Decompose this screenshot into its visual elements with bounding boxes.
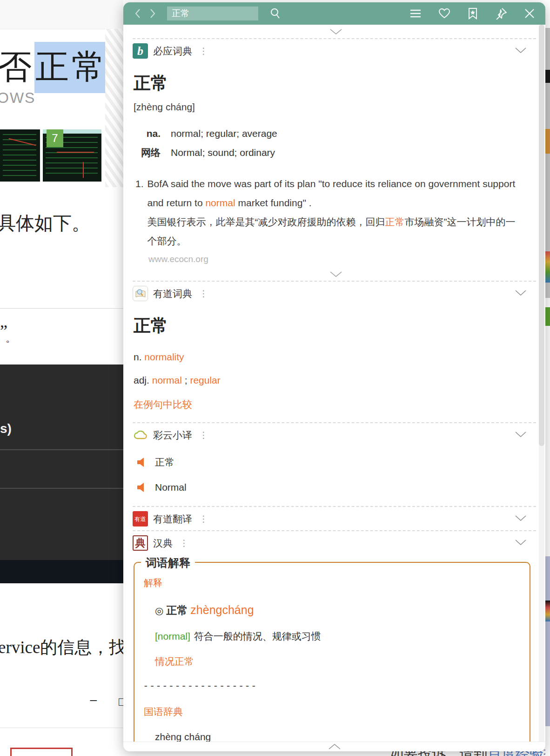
headword: 正常 [134,314,539,338]
page-subtitle: OWS [0,89,35,107]
explain-label[interactable]: 解释 [144,577,521,589]
sliver-orange [545,129,550,154]
youdao-translate-icon: 有道 [133,511,148,526]
section-header-youdao-dict: 有道词典 ⋮ [133,282,539,305]
red-annotation-line [57,152,94,153]
definition-row: 网络 Normal; sound; ordinary [133,143,539,162]
translation-row: Normal [136,479,539,496]
options-ellipsis-icon[interactable]: ⋮ [180,538,188,548]
chevron-down-icon[interactable] [514,289,528,298]
chevron-up-icon [326,743,343,750]
period-mark: 。 [6,331,16,345]
chevron-down-icon[interactable] [514,47,528,56]
sliver-rainbow [545,251,550,283]
panel-text: s) [0,421,12,436]
text-divider: ------------------ [143,680,521,691]
definition-row: n. normality [134,351,539,363]
definition-link[interactable]: normality [144,351,184,362]
youdao-dict-icon [133,286,148,301]
example-zh: 美国银行表示，此举是其“减少对政府援助的依赖，回归 [148,216,385,227]
striped-texture [105,29,123,187]
step-badge: 7 [47,129,63,147]
example-text: BofA said the move was part of its plan … [148,174,517,250]
speaker-icon[interactable] [136,482,147,493]
red-highlight-box [10,748,73,756]
section-header-caiyun: 彩云小译 ⋮ [133,423,539,446]
options-ellipsis-icon[interactable]: ⋮ [199,430,208,440]
chevron-down-icon[interactable] [514,431,528,440]
entry-line: ◎正常zhèngcháng [155,603,521,618]
example-en: market funding" . [235,197,312,208]
source-name: 有道词典 [153,287,192,300]
options-ellipsis-icon[interactable]: ⋮ [199,513,208,524]
screenshot-thumbnail[interactable] [0,129,40,182]
translation-row: 正常 [136,454,539,471]
popup-header [123,2,545,25]
guoyu-label[interactable]: 国语辞典 [144,705,521,718]
entry-definition: [normal]符合一般的情况、规律或习惯 [155,630,521,643]
options-ellipsis-icon[interactable]: ⋮ [199,288,208,299]
example-en: BofA said the move was part of its plan … [148,178,516,208]
sliver-green [545,307,550,326]
screenshot-thumbnail[interactable]: 7 [43,129,101,182]
definition-text: Normal; sound; ordinary [171,143,275,162]
sliver-dark [545,70,550,83]
definition-row: na. normal; regular; average [133,124,539,143]
speaker-icon[interactable] [136,457,147,468]
headword: 正常 [134,72,539,95]
expand-more-chevron[interactable] [133,267,539,281]
collapse-up-chevron[interactable] [133,25,539,38]
pos-label: na. [133,124,161,143]
selected-text: 正常 [34,42,109,93]
close-icon[interactable] [524,8,535,19]
definition-text: normal; regular; average [171,124,277,143]
definition-row: adj. normal ; regular [134,375,539,386]
back-icon[interactable] [134,8,142,19]
box-title: 词语解释 [141,555,195,570]
entry-word: 正常 [166,604,188,616]
definition-text: 符合一般的情况、规律或习惯 [194,631,321,641]
chevron-down-icon[interactable] [514,539,528,548]
compare-link-text[interactable]: 在例句中比较 [134,399,192,410]
popup-scrollbar[interactable] [539,25,544,742]
source-name: 有道翻译 [153,513,192,526]
entry-example-link[interactable]: 情况正常 [155,655,521,668]
separator-text: ; [182,375,190,385]
example-source: www.ecocn.org [148,254,539,264]
popup-body: b 必应词典 ⋮ 正常 [zhèng cháng] na. normal; re… [123,25,539,742]
chevron-down-icon[interactable] [514,514,528,524]
definition-list: na. normal; regular; average 网络 Normal; … [133,124,539,162]
guoyu-pinyin: zhèng cháng [155,731,521,742]
pin-icon[interactable] [495,7,507,20]
scrollbar-thumb[interactable] [539,25,544,446]
sliver-rainbow [545,601,550,621]
search-input[interactable] [167,7,258,20]
search-icon[interactable] [269,7,282,20]
definition-link[interactable]: regular [190,375,220,385]
section-header-youdao-translate: 有道 有道翻译 ⋮ [133,507,539,530]
popup-footer-collapse[interactable] [123,742,545,751]
example-sentence: 1. BofA said the move was part of its pl… [135,174,517,250]
panel-divider [0,449,123,450]
body-text: ervice的信息，找到 [0,636,143,659]
forward-icon[interactable] [148,8,157,19]
translation-text: Normal [155,482,187,493]
bookmark-star-icon[interactable] [467,7,478,20]
dictionary-popup: b 必应词典 ⋮ 正常 [zhèng cháng] na. normal; re… [123,2,545,751]
source-name: 必应词典 [153,45,192,58]
translation-text: 正常 [155,456,174,469]
entry-mark: ◎ [155,605,163,616]
bing-dict-icon: b [133,43,148,59]
body-text: 具体如下。 [0,210,90,236]
sliver-lavender [545,556,550,726]
red-annotation-line [83,162,84,178]
options-ellipsis-icon[interactable]: ⋮ [199,46,208,56]
pos-label: adj. [134,375,152,385]
compare-in-examples-link[interactable]: 在例句中比较 [134,398,539,411]
divider [0,308,123,309]
menu-icon[interactable] [409,8,422,19]
favorite-heart-icon[interactable] [438,8,450,19]
example-zh-highlight: 正常 [385,216,405,227]
definition-link[interactable]: normal [152,375,182,385]
panel-divider [0,488,123,489]
